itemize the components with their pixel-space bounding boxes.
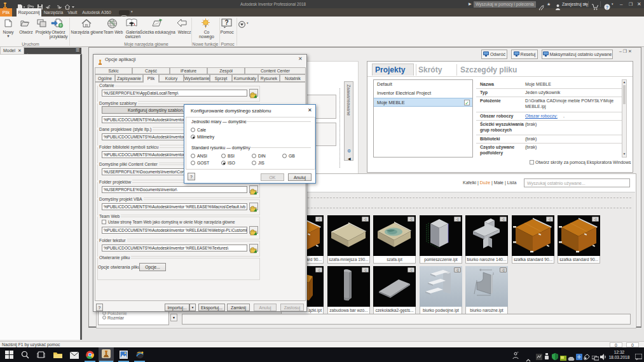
svg-text:?: ?: [224, 19, 228, 26]
